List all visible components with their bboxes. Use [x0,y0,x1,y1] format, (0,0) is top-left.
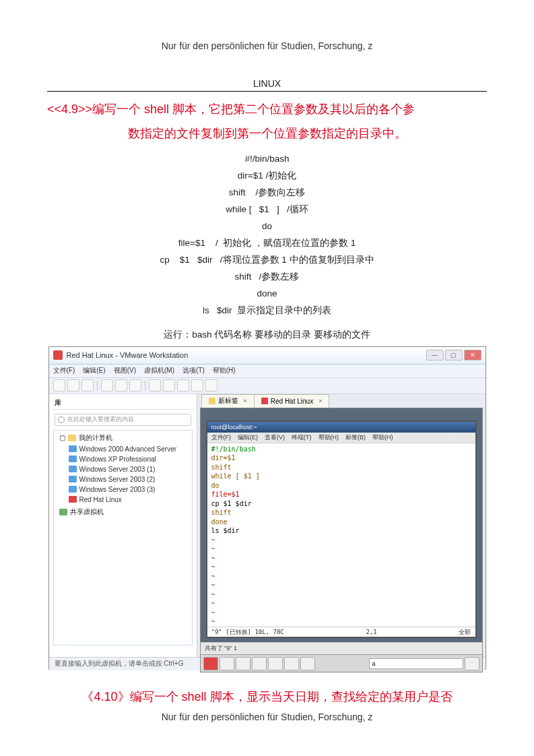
vim-statusline: "9" [已转换] 10L, 78C 2,1 全部 [207,627,475,637]
vm-icon [261,398,268,404]
tree-shared[interactable]: 共享虚拟机 [59,506,189,518]
menu-item[interactable]: 虚拟机(M) [144,366,174,375]
guest-menu-item[interactable]: 编辑(E) [238,433,258,442]
minimize-button[interactable]: — [426,350,444,360]
toolbar-button[interactable] [67,379,79,391]
guest-menu-item[interactable]: 标签(B) [345,433,366,442]
tree-root[interactable]: ▢我的计算机 [59,432,189,444]
tree-item[interactable]: Windows Server 2003 (1) [59,464,189,474]
term-line: do [211,481,471,491]
tab-close-icon[interactable]: × [319,398,322,404]
term-tilde: ~ [211,590,471,600]
term-line: done [211,517,471,527]
tab-close-icon[interactable]: × [244,398,247,404]
tab-active[interactable]: Red Hat Linux× [254,394,330,408]
vim-status-right: 全部 [459,628,471,636]
tabstrip: 新标签× Red Hat Linux× [197,394,486,408]
section-title: LINUX [47,78,487,89]
close-button[interactable]: ✕ [464,350,481,360]
toolbar-button[interactable] [115,379,127,391]
vm-icon [69,476,77,482]
search-icon [58,416,65,423]
taskbar-entry[interactable]: a [369,658,463,669]
tab-label: Red Hat Linux [271,398,313,405]
vim-status-mid: 2,1 [366,628,377,636]
toolbar-button[interactable] [101,379,113,391]
tree-item[interactable]: Windows XP Professional [59,454,189,464]
taskbar-icon[interactable] [300,657,315,670]
menu-item[interactable]: 视图(V) [114,366,136,375]
term-tilde: ~ [211,544,471,554]
toolbar-button[interactable] [163,379,175,391]
guest-menu-item[interactable]: 文件(F) [211,433,232,442]
guest-menu-item[interactable]: 终端(T) [292,433,312,442]
term-line: shift [211,508,471,517]
toolbar-button[interactable] [149,379,161,391]
statusbar-text: 要直接输入到此虚拟机，请单击或按 Ctrl+G [55,659,184,668]
term-tilde: ~ [211,599,471,608]
vm-icon [69,466,77,472]
tree-item-label: Windows Server 2003 (2) [79,476,156,483]
code-block: #!/bin/bash dir=$1 /初始化 shift /参数向左移 whi… [47,151,487,319]
toolbar-button[interactable] [191,379,203,391]
guest-menu-item[interactable]: 查看(V) [265,433,285,442]
toolbar-button[interactable] [177,379,189,391]
term-line: cp $1 $dir [211,499,471,509]
taskbar-icon[interactable] [465,657,479,670]
toolbar-button[interactable] [205,379,218,391]
term-tilde: ~ [211,581,471,590]
terminal[interactable]: #!/bin/bash dir=$1 shift while [ $1 ] do… [207,443,475,637]
menu-item[interactable]: 帮助(H) [213,366,236,375]
sidebar: 库 在此处键入要搜索的内容 ▢我的计算机 Windows 2000 Advanc… [49,394,197,657]
search-input[interactable]: 在此处键入要搜索的内容 [55,414,191,426]
window-title: Red Hat Linux - VMware Workstation [67,351,426,359]
taskbar-icon[interactable] [252,657,267,670]
taskbar-icon[interactable] [220,657,234,670]
menu-item[interactable]: 编辑(E) [83,366,105,375]
run-instruction: 运行：bash 代码名称 要移动的目录 要移动的文件 [47,329,487,341]
tree-item[interactable]: Windows 2000 Advanced Server [59,444,189,454]
tab[interactable]: 新标签× [201,394,255,408]
vm-icon [69,496,77,503]
taskbar-icon[interactable] [268,657,283,670]
taskbar-icon[interactable] [284,657,299,670]
menu-item[interactable]: 选项(T) [182,366,205,375]
menubar: 文件(F) 编辑(E) 视图(V) 虚拟机(M) 选项(T) 帮助(H) [49,365,486,378]
code-line: done [47,286,487,303]
term-line: #!/bin/bash [211,445,471,454]
toolbar [49,378,486,394]
q49-line2: 数指定的文件复制到第一个位置参数指定的目录中。 [47,121,487,146]
maximize-button[interactable]: ▢ [445,350,463,360]
toolbar-separator [145,380,145,391]
tree-item[interactable]: Red Hat Linux [59,495,189,505]
toolbar-button[interactable] [81,379,94,391]
toolbar-button[interactable] [129,379,141,391]
q49-line1: <<4.9>>编写一个 shell 脚本，它把第二个位置参数及其以后的各个参 [47,102,415,116]
term-tilde: ~ [211,536,471,545]
tree-item[interactable]: Windows Server 2003 (2) [59,474,189,484]
header-text: Nur für den persönlichen für Studien, Fo… [47,40,487,51]
guest-menu-item[interactable]: 帮助(H) [372,433,393,442]
window-titlebar: Red Hat Linux - VMware Workstation — ▢ ✕ [49,347,486,365]
tree-item-label: Windows XP Professional [79,455,156,463]
tree-shared-label: 共享虚拟机 [70,507,104,517]
sidebar-header: 库 [52,397,194,410]
tree-item[interactable]: Windows Server 2003 (3) [59,484,189,495]
guest-menu-item[interactable]: 帮助(H) [319,433,339,442]
toolbar-button[interactable] [53,379,65,391]
term-tilde: ~ [211,563,471,572]
toolbar-separator [97,380,98,391]
guest-titlebar: root@localhost:~ [207,422,475,433]
term-line: shift [211,463,471,472]
vm-tree: ▢我的计算机 Windows 2000 Advanced Server Wind… [53,430,193,645]
redhat-icon[interactable] [203,657,218,670]
home-icon [209,398,215,404]
tree-item-label: Windows 2000 Advanced Server [79,445,177,453]
tree-item-label: Red Hat Linux [79,496,122,503]
code-line: ls $dir 显示指定目录中的列表 [47,303,487,319]
window-buttons: — ▢ ✕ [426,350,481,360]
vm-main: 新标签× Red Hat Linux× root@localhost:~ 文件(… [197,394,486,657]
menu-item[interactable]: 文件(F) [53,366,75,375]
term-tilde: ~ [211,554,471,563]
taskbar-icon[interactable] [236,657,251,670]
